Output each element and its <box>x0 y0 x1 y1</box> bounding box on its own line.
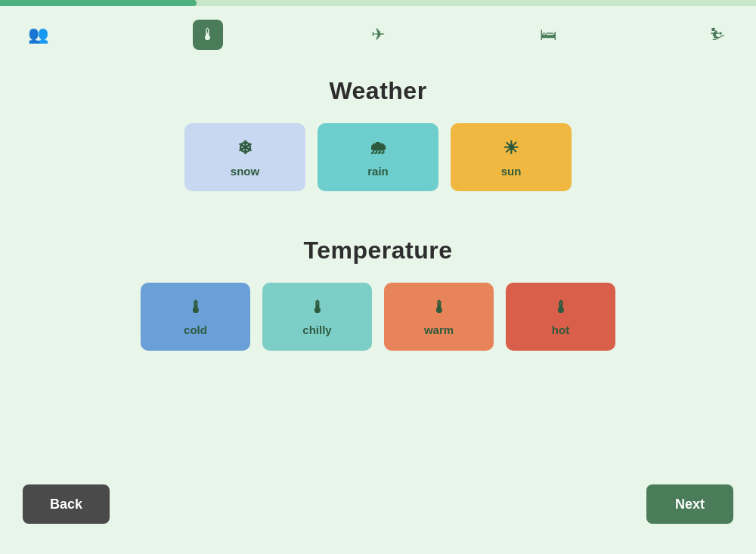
hot-label: hot <box>552 323 569 336</box>
temperature-card-hot[interactable]: 🌡 hot <box>506 283 615 351</box>
nav-icon-thermometer[interactable]: 🌡 <box>193 20 223 50</box>
weather-card-sun[interactable]: ☀ sun <box>451 123 572 191</box>
temperature-card-cold[interactable]: 🌡 cold <box>141 283 250 351</box>
nav-icon-people[interactable]: 👥 <box>23 20 53 50</box>
temperature-cards-row: 🌡 cold 🌡 chilly 🌡 warm 🌡 hot <box>141 283 615 351</box>
top-nav: 👥 🌡 ✈ 🛏 ⛷ <box>0 6 756 50</box>
chilly-thermo-icon: 🌡 <box>309 298 326 317</box>
next-button[interactable]: Next <box>646 484 733 524</box>
sun-label: sun <box>501 165 522 178</box>
weather-cards-row: ❄ snow 🌧 rain ☀ sun <box>184 123 572 191</box>
rain-label: rain <box>367 165 389 178</box>
snow-icon: ❄ <box>237 138 253 159</box>
main-content: Weather ❄ snow 🌧 rain ☀ sun Temperature … <box>0 50 756 351</box>
back-button[interactable]: Back <box>23 484 110 524</box>
nav-icon-plane[interactable]: ✈ <box>363 20 393 50</box>
chilly-label: chilly <box>302 323 331 336</box>
progress-bar-fill <box>0 0 197 6</box>
temperature-title: Temperature <box>304 237 453 265</box>
bottom-nav: Back Next <box>0 484 756 524</box>
temperature-card-chilly[interactable]: 🌡 chilly <box>262 283 372 351</box>
cold-label: cold <box>184 323 207 336</box>
weather-card-rain[interactable]: 🌧 rain <box>318 123 438 191</box>
hot-thermo-icon: 🌡 <box>553 298 569 317</box>
warm-label: warm <box>424 323 454 336</box>
sun-icon: ☀ <box>503 138 519 159</box>
cold-thermo-icon: 🌡 <box>187 298 204 317</box>
rain-icon: 🌧 <box>369 138 387 159</box>
weather-title: Weather <box>329 77 426 105</box>
snow-label: snow <box>231 165 259 178</box>
weather-section: Weather ❄ snow 🌧 rain ☀ sun <box>184 77 572 191</box>
progress-bar-container <box>0 0 756 6</box>
temperature-section: Temperature 🌡 cold 🌡 chilly 🌡 warm 🌡 hot <box>141 237 615 351</box>
nav-icon-ski[interactable]: ⛷ <box>703 20 733 50</box>
weather-card-snow[interactable]: ❄ snow <box>184 123 305 191</box>
warm-thermo-icon: 🌡 <box>431 298 448 317</box>
temperature-card-warm[interactable]: 🌡 warm <box>384 283 494 351</box>
nav-icon-bed[interactable]: 🛏 <box>533 20 563 50</box>
